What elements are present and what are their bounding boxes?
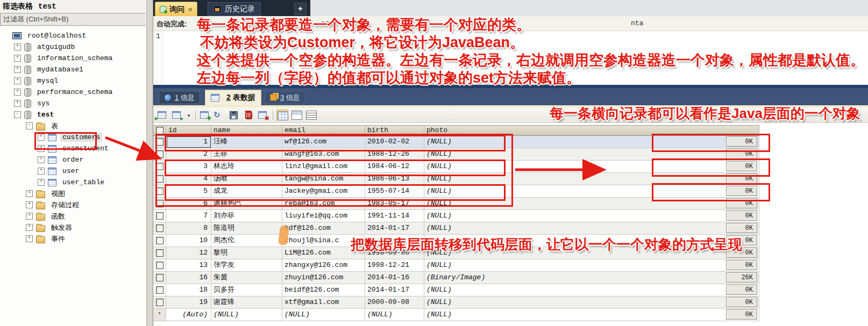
tree-item-functions-folder[interactable]: + 函数 — [0, 211, 146, 222]
blob-size-button[interactable]: 0K — [726, 186, 757, 196]
cell-id[interactable]: 6 — [166, 198, 211, 210]
column-header-id[interactable]: id — [166, 126, 211, 135]
add-tab-button[interactable]: + — [294, 3, 307, 15]
cell-name[interactable]: 汪峰 — [211, 136, 282, 148]
cell-email[interactable]: beidf@126.com — [282, 284, 365, 296]
tab-info-1[interactable]: 1 信息 — [159, 91, 200, 104]
cell-photo[interactable]: (NULL) 0K — [424, 284, 759, 296]
cell-photo[interactable]: (NULL) 0K — [424, 161, 759, 173]
cell-birth[interactable]: 1998-12-21 — [365, 259, 424, 272]
tree-item-mysql[interactable]: + mysql — [0, 75, 146, 86]
expander-icon[interactable]: + — [26, 190, 33, 197]
tree-item-root[interactable]: root@localhost — [0, 30, 146, 41]
cell-id[interactable]: (Auto) — [166, 309, 211, 321]
cell-email[interactable]: (NULL) — [282, 309, 365, 321]
cell-birth[interactable]: 2000-09-08 — [365, 296, 424, 309]
filter-input[interactable] — [0, 13, 146, 26]
import-table-button[interactable]: ▸ — [156, 110, 168, 120]
refresh-button[interactable]: ↻ — [214, 110, 225, 120]
row-checkbox[interactable]: * — [153, 136, 166, 148]
tree-item-examstudent[interactable]: + examstudent — [0, 143, 146, 154]
cell-email[interactable]: Jackey@gmai.com — [282, 185, 365, 198]
tab-query[interactable]: 询问 × — [155, 2, 197, 17]
cell-photo[interactable]: (NULL) 0K — [424, 210, 759, 222]
row-checkbox[interactable]: * — [153, 235, 166, 247]
cell-name[interactable]: 汤唯 — [211, 173, 282, 185]
cell-name[interactable]: 朱茵 — [211, 272, 282, 284]
tree-item-atguigudb[interactable]: + atguigudb — [0, 41, 146, 53]
cell-name[interactable]: 迪丽热巴 — [211, 198, 282, 210]
blob-size-button[interactable]: 0K — [726, 198, 757, 208]
expander-icon[interactable]: + — [26, 201, 33, 208]
expander-icon[interactable]: + — [38, 179, 45, 186]
blob-size-button[interactable]: 0K — [726, 260, 757, 270]
expander-icon[interactable]: + — [26, 224, 33, 231]
cell-id[interactable]: 5 — [166, 185, 211, 198]
cell-email[interactable]: zhuyin@126.com — [282, 272, 365, 284]
tree-item-order[interactable]: + order — [0, 154, 146, 165]
cell-birth[interactable]: 2014-01-17 — [365, 222, 424, 235]
tree-item-views-folder[interactable]: + 视图 — [0, 188, 146, 199]
cell-photo[interactable]: (NULL) 0K — [424, 259, 759, 272]
expander-icon[interactable]: + — [38, 145, 45, 152]
save-button[interactable] — [228, 110, 240, 120]
blob-size-button[interactable]: 0K — [726, 211, 757, 221]
row-checkbox[interactable]: * — [153, 210, 166, 222]
cell-name[interactable]: 林志玲 — [211, 161, 282, 173]
cell-name[interactable]: 成龙 — [211, 185, 282, 198]
export-table-button[interactable]: ▸ — [171, 110, 183, 120]
cell-photo[interactable]: (NULL) 0K — [424, 222, 759, 235]
tab-history[interactable]: 历史记录 — [208, 2, 261, 16]
cell-id[interactable]: 2 — [166, 148, 211, 161]
column-header-name[interactable]: name — [211, 126, 282, 135]
cell-name[interactable]: 贝多芬 — [211, 284, 282, 296]
tab-table-data[interactable]: 2 表数据 — [205, 90, 261, 105]
cell-id[interactable]: 1 — [166, 136, 211, 148]
blob-size-button[interactable]: 0K — [726, 136, 757, 147]
cell-id[interactable]: 16 — [166, 272, 211, 284]
row-checkbox[interactable]: * — [153, 148, 166, 161]
cell-birth[interactable]: 2010-02-02 — [365, 136, 424, 148]
expander-icon[interactable]: + — [14, 77, 21, 84]
cell-id[interactable]: 4 — [166, 173, 211, 185]
expander-icon[interactable]: + — [14, 55, 21, 62]
tree-item-performance-schema[interactable]: + performance_schema — [0, 86, 146, 98]
row-checkbox[interactable]: * — [153, 185, 166, 198]
cell-photo[interactable]: (Binary/Image) 26K — [424, 272, 759, 284]
cell-birth[interactable]: 1991-11-14 — [365, 210, 424, 222]
cell-id[interactable]: 8 — [166, 222, 211, 235]
expander-icon[interactable]: + — [38, 168, 45, 175]
tree-item-user[interactable]: + user — [0, 165, 146, 177]
panel-splitter[interactable] — [146, 0, 153, 326]
expander-icon[interactable]: - — [26, 122, 33, 129]
cell-email[interactable]: liuyifei@qq.com — [282, 210, 365, 222]
delete-row-button[interactable] — [243, 110, 254, 120]
blob-size-button[interactable]: 0K — [726, 173, 757, 184]
cell-name[interactable]: 周杰伦 — [211, 235, 282, 247]
column-header-birth[interactable]: birth — [365, 126, 424, 135]
blob-size-button[interactable]: 26K — [726, 272, 757, 282]
expander-icon[interactable]: + — [38, 156, 45, 163]
cell-email[interactable]: xtf@gmail.com — [282, 296, 365, 309]
tree-item-triggers-folder[interactable]: + 触发器 — [0, 222, 146, 233]
cell-name[interactable]: 刘亦菲 — [211, 210, 282, 222]
cell-id[interactable]: 18 — [166, 284, 211, 296]
cell-birth[interactable]: 1983-05-17 — [365, 198, 424, 210]
tree-item-mydatabase1[interactable]: + mydatabase1 — [0, 64, 146, 75]
grid-view-button[interactable] — [276, 110, 288, 120]
cell-photo[interactable]: (NULL) 0K — [424, 296, 759, 309]
cell-birth[interactable]: 2014-01-16 — [365, 272, 424, 284]
column-header-email[interactable]: email — [282, 126, 365, 135]
cell-id[interactable]: 13 — [166, 259, 211, 272]
cell-photo[interactable]: (NULL) 0K — [424, 198, 759, 210]
cell-id[interactable]: 12 — [166, 247, 211, 259]
cell-name[interactable]: 张学友 — [211, 259, 282, 272]
cell-photo[interactable]: (NULL) 0K — [424, 309, 759, 321]
row-checkbox[interactable]: * — [153, 173, 166, 185]
cell-birth[interactable]: 2014-01-17 — [365, 284, 424, 296]
cell-name[interactable]: 谢霆锋 — [211, 296, 282, 309]
close-icon[interactable]: × — [188, 5, 193, 13]
tree-item-events-folder[interactable]: + 事件 — [0, 233, 146, 244]
expander-icon[interactable]: + — [14, 44, 21, 50]
tree-item-tables-folder[interactable]: - 表 — [0, 120, 146, 132]
